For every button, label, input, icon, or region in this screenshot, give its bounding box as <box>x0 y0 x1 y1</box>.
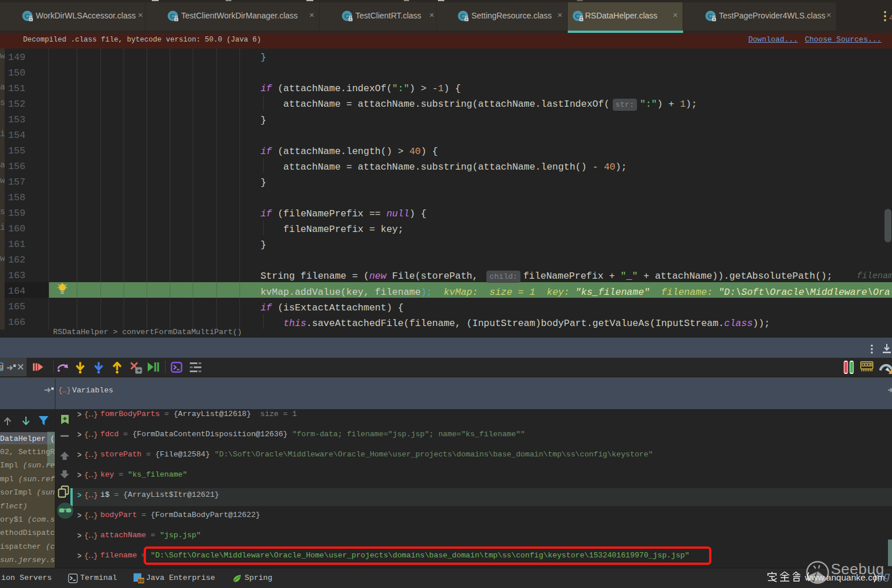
svg-text:C: C <box>575 13 580 20</box>
svg-text:EE: EE <box>138 578 144 583</box>
svg-text:4: 4 <box>889 14 892 23</box>
svg-text:C: C <box>25 13 29 20</box>
svg-text:C: C <box>170 13 175 20</box>
svg-text:C: C <box>460 13 465 20</box>
svg-text:g: g <box>0 364 3 370</box>
svg-text:C: C <box>708 13 713 20</box>
svg-text:C: C <box>344 13 349 20</box>
